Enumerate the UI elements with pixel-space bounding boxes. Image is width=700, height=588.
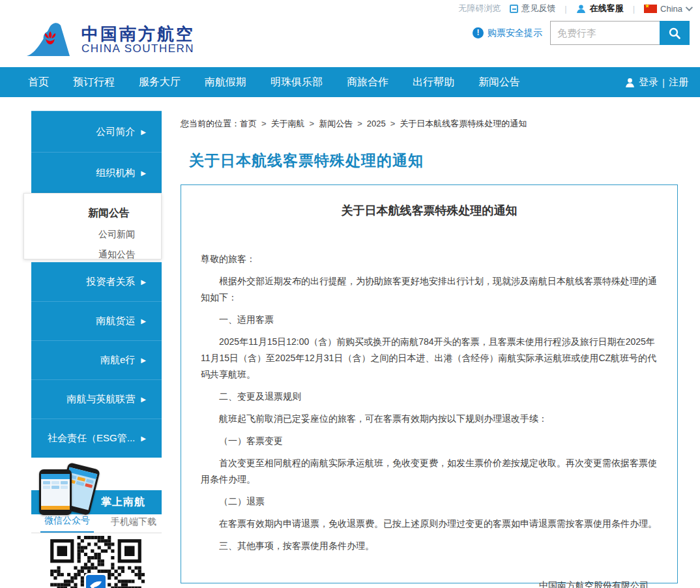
nav-item-4[interactable]: 明珠俱乐部 bbox=[270, 76, 323, 89]
notice-paragraph-3: 二、变更及退票规则 bbox=[201, 389, 658, 405]
feedback-link[interactable]: 意见反馈 bbox=[510, 3, 555, 14]
notice-paragraph-6: 首次变更至相同航程的南航实际承运航班，免收变更费，如发生票价价差按规定收取。再次… bbox=[201, 455, 658, 488]
chevron-down-icon bbox=[686, 4, 693, 11]
arrow-right-icon: ▶ bbox=[141, 435, 146, 442]
app-banner-title: 掌上南航 bbox=[101, 495, 145, 509]
breadcrumb-item-1[interactable]: 关于南航 bbox=[271, 119, 305, 128]
main-nav: 首页预订行程服务大厅南航假期明珠俱乐部商旅合作出行帮助新闻公告 登录 | 注册 bbox=[0, 67, 700, 97]
breadcrumb-separator: > bbox=[261, 119, 267, 128]
top-utility-bar: 无障碍浏览 意见反馈 | 在线客服 | China bbox=[0, 0, 700, 17]
customer-service-icon bbox=[576, 4, 586, 14]
breadcrumb-separator: > bbox=[390, 119, 396, 128]
phone-front bbox=[39, 469, 72, 515]
online-service-link[interactable]: 在线客服 bbox=[576, 3, 624, 14]
sidebar-item-bottom-0[interactable]: 投资者关系▶ bbox=[31, 262, 162, 301]
sidebar-active-panel: 新闻公告 公司新闻通知公告 bbox=[23, 193, 162, 259]
divider: | bbox=[633, 4, 635, 14]
sidebar-item-top-0[interactable]: 公司简介▶ bbox=[31, 111, 162, 152]
notice-title: 关于日本航线客票特殊处理的通知 bbox=[201, 203, 658, 218]
nav-item-1[interactable]: 预订行程 bbox=[73, 76, 115, 89]
breadcrumb: 您当前的位置：首页>关于南航>新闻公告>2025>关于日本航线客票特殊处理的通知 bbox=[181, 118, 527, 130]
alert-icon: ! bbox=[473, 27, 484, 38]
notice-box: 关于日本航线客票特殊处理的通知 尊敬的旅客： 根据外交部近期发布的出行提醒，为协… bbox=[181, 184, 678, 583]
notice-paragraph-0: 根据外交部近期发布的出行提醒，为协助旅客更好地安排出行计划，现就涉及南航日本航线… bbox=[201, 273, 658, 306]
sidebar-item-bottom-4[interactable]: 社会责任（ESG管...▶ bbox=[31, 419, 162, 458]
app-icon bbox=[84, 573, 108, 588]
arrow-right-icon: ▶ bbox=[141, 128, 146, 136]
register-link[interactable]: 注册 bbox=[669, 76, 688, 89]
sidebar-item-bottom-1[interactable]: 南航货运▶ bbox=[31, 301, 162, 340]
ticket-safety-tip-link[interactable]: ! 购票安全提示 bbox=[473, 27, 542, 39]
notice-paragraph-4: 航班起飞前取消已定妥座位的旅客，可在客票有效期内按以下规则办理退改手续： bbox=[201, 411, 658, 427]
nav-item-2[interactable]: 服务大厅 bbox=[139, 76, 181, 89]
notice-body: 尊敬的旅客： 根据外交部近期发布的出行提醒，为协助旅客更好地安排出行计划，现就涉… bbox=[201, 251, 658, 588]
logo[interactable]: 中国南方航空 CHINA SOUTHERN bbox=[23, 20, 195, 60]
sidebar-item-top-1[interactable]: 组织机构▶ bbox=[31, 152, 162, 193]
notice-paragraph-8: 在客票有效期内申请退票，免收退票费。已按上述原则办理过变更的客票如申请退票需按客… bbox=[201, 516, 658, 532]
region-selector[interactable]: China bbox=[644, 4, 691, 14]
nav-items: 首页预订行程服务大厅南航假期明珠俱乐部商旅合作出行帮助新闻公告 bbox=[28, 76, 544, 89]
notice-paragraph-9: 三、其他事项，按客票使用条件办理。 bbox=[201, 538, 658, 554]
breadcrumb-separator: > bbox=[310, 119, 315, 128]
breadcrumb-item-3[interactable]: 2025 bbox=[367, 119, 386, 128]
arrow-right-icon: ▶ bbox=[141, 317, 146, 325]
phones-illustration bbox=[38, 465, 100, 515]
sidebar-item-news[interactable]: 新闻公告 bbox=[24, 194, 161, 220]
breadcrumb-item-4[interactable]: 关于日本航线客票特殊处理的通知 bbox=[400, 119, 527, 128]
breadcrumb-item-2[interactable]: 新闻公告 bbox=[319, 119, 353, 128]
notice-paragraph-1: 一、适用客票 bbox=[201, 312, 658, 328]
header-right: ! 购票安全提示 bbox=[473, 21, 690, 45]
search-icon bbox=[668, 27, 681, 40]
arrow-right-icon: ▶ bbox=[141, 396, 146, 403]
salutation: 尊敬的旅客： bbox=[201, 251, 658, 267]
logo-wordmark: 中国南方航空 CHINA SOUTHERN bbox=[81, 25, 195, 55]
accessibility-link[interactable]: 无障碍浏览 bbox=[458, 3, 501, 14]
signature-company: 中国南方航空股份有限公司 bbox=[201, 580, 658, 588]
sidebar-subitems: 公司新闻通知公告 bbox=[24, 229, 161, 261]
arrow-right-icon: ▶ bbox=[141, 278, 146, 286]
sidebar-subitem-1[interactable]: 通知公告 bbox=[24, 249, 161, 261]
sidebar-subitem-0[interactable]: 公司新闻 bbox=[24, 229, 161, 241]
airline-tail-logo-icon bbox=[23, 20, 74, 60]
arrow-right-icon: ▶ bbox=[141, 357, 146, 364]
search-box bbox=[550, 21, 690, 45]
notice-paragraph-5: （一）客票变更 bbox=[201, 433, 658, 449]
feedback-icon bbox=[510, 5, 518, 13]
logo-chinese-name: 中国南方航空 bbox=[81, 25, 195, 43]
china-flag-icon bbox=[644, 5, 657, 13]
login-link[interactable]: 登录 bbox=[639, 76, 658, 89]
nav-item-6[interactable]: 出行帮助 bbox=[413, 76, 454, 89]
breadcrumb-separator: > bbox=[357, 119, 362, 128]
sidebar-item-bottom-3[interactable]: 南航与英航联营▶ bbox=[31, 379, 162, 419]
sidebar-item-bottom-2[interactable]: 南航e行▶ bbox=[31, 340, 162, 379]
breadcrumb-prefix: 您当前的位置： bbox=[181, 119, 240, 128]
tab-mobile-download[interactable]: 手机端下载 bbox=[107, 516, 160, 533]
search-input[interactable] bbox=[550, 21, 660, 45]
auth-area: 登录 | 注册 bbox=[625, 67, 688, 97]
nav-item-5[interactable]: 商旅合作 bbox=[347, 76, 388, 89]
nav-item-3[interactable]: 南航假期 bbox=[205, 76, 246, 89]
breadcrumb-item-0[interactable]: 首页 bbox=[240, 119, 257, 128]
qr-code bbox=[47, 536, 145, 588]
search-button[interactable] bbox=[660, 21, 690, 45]
page-title: 关于日本航线客票特殊处理的通知 bbox=[189, 151, 424, 171]
arrow-right-icon: ▶ bbox=[141, 169, 146, 177]
tab-wechat-official[interactable]: 微信公众号 bbox=[40, 515, 94, 533]
app-tabs: 微信公众号 手机端下载 bbox=[31, 514, 162, 533]
divider: | bbox=[564, 4, 566, 14]
nav-item-7[interactable]: 新闻公告 bbox=[478, 76, 520, 89]
logo-english-name: CHINA SOUTHERN bbox=[81, 43, 195, 55]
header: 中国南方航空 CHINA SOUTHERN ! 购票安全提示 bbox=[0, 17, 700, 67]
notice-paragraph-7: （二）退票 bbox=[201, 493, 658, 510]
page-root: 无障碍浏览 意见反馈 | 在线客服 | China bbox=[0, 0, 700, 588]
user-icon bbox=[625, 78, 635, 87]
nav-item-0[interactable]: 首页 bbox=[28, 76, 49, 89]
notice-paragraph-2: 2025年11月15日12:00（含）前购买或换开的南航784开头的客票，且客票… bbox=[201, 334, 658, 383]
